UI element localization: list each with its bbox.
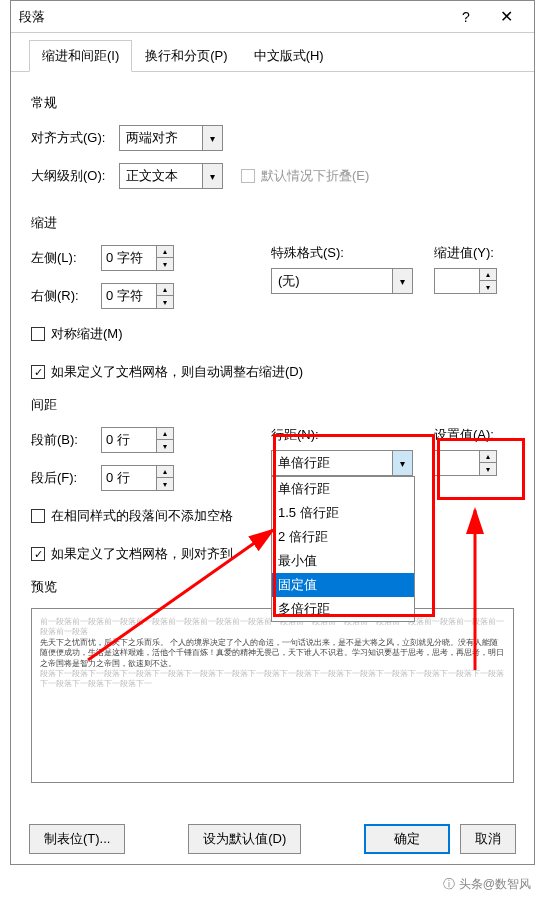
spin-down-icon[interactable]: ▾ xyxy=(157,440,173,452)
content: 常规 对齐方式(G): ▾ 大纲级别(O): ▾ 默认情况下折叠(E) 缩进 xyxy=(11,72,534,795)
special-input[interactable] xyxy=(272,269,392,293)
cancel-button[interactable]: 取消 xyxy=(460,824,516,854)
left-indent-label: 左侧(L): xyxy=(31,249,101,267)
before-label: 段前(B): xyxy=(31,431,101,449)
after-input[interactable] xyxy=(102,466,156,490)
option-atleast[interactable]: 最小值 xyxy=(272,549,414,573)
mirror-label: 对称缩进(M) xyxy=(51,325,123,343)
spin-up-icon[interactable]: ▴ xyxy=(157,246,173,258)
mirror-checkbox[interactable] xyxy=(31,327,45,341)
spacing-title: 间距 xyxy=(31,396,514,414)
tab-line-page[interactable]: 换行和分页(P) xyxy=(132,40,240,72)
line-spacing-input[interactable] xyxy=(272,451,392,475)
paragraph-dialog: 段落 ? ✕ 缩进和间距(I) 换行和分页(P) 中文版式(H) 常规 对齐方式… xyxy=(10,0,535,865)
annotation-arrow-1 xyxy=(78,520,288,670)
spin-up-icon[interactable]: ▴ xyxy=(157,428,173,440)
spin-up-icon[interactable]: ▴ xyxy=(157,466,173,478)
special-combo[interactable]: ▾ xyxy=(271,268,413,294)
indent-title: 缩进 xyxy=(31,214,514,232)
chevron-down-icon[interactable]: ▾ xyxy=(392,269,412,293)
spacing-grid-checkbox[interactable]: ✓ xyxy=(31,547,45,561)
tabs: 缩进和间距(I) 换行和分页(P) 中文版式(H) xyxy=(11,33,534,72)
option-1-5[interactable]: 1.5 倍行距 xyxy=(272,501,414,525)
close-button[interactable]: ✕ xyxy=(486,2,526,32)
info-icon: ⓘ xyxy=(443,876,455,893)
collapse-checkbox xyxy=(241,169,255,183)
outline-combo[interactable]: ▾ xyxy=(119,163,223,189)
right-indent-input[interactable] xyxy=(102,284,156,308)
indent-by-spinner[interactable]: ▴▾ xyxy=(434,268,497,294)
dialog-title: 段落 xyxy=(19,8,446,26)
line-spacing-label: 行距(N): xyxy=(271,426,414,444)
svg-line-0 xyxy=(88,530,273,660)
tabs-button[interactable]: 制表位(T)... xyxy=(29,824,125,854)
spin-up-icon[interactable]: ▴ xyxy=(480,269,496,281)
after-spinner[interactable]: ▴▾ xyxy=(101,465,174,491)
default-button[interactable]: 设为默认值(D) xyxy=(188,824,301,854)
left-indent-spinner[interactable]: ▴▾ xyxy=(101,245,174,271)
left-indent-input[interactable] xyxy=(102,246,156,270)
spin-down-icon[interactable]: ▾ xyxy=(480,463,496,475)
outline-label: 大纲级别(O): xyxy=(31,167,119,185)
watermark-text: 头条@数智风 xyxy=(459,876,531,893)
spin-down-icon[interactable]: ▾ xyxy=(157,296,173,308)
tab-chinese[interactable]: 中文版式(H) xyxy=(241,40,337,72)
option-double[interactable]: 2 倍行距 xyxy=(272,525,414,549)
button-bar: 制表位(T)... 设为默认值(D) 确定 取消 xyxy=(29,824,516,854)
chevron-down-icon[interactable]: ▾ xyxy=(392,451,412,475)
before-input[interactable] xyxy=(102,428,156,452)
option-exactly[interactable]: 固定值 xyxy=(272,573,414,597)
indent-grid-label: 如果定义了文档网格，则自动调整右缩进(D) xyxy=(51,363,303,381)
spin-down-icon[interactable]: ▾ xyxy=(480,281,496,293)
preview-gray2: 段落下一段落下一段落下一段落下一段落下一段落下一段落下一段落下一段落下一段落下一… xyxy=(40,669,505,690)
indent-by-label: 缩进值(Y): xyxy=(434,244,514,262)
help-button[interactable]: ? xyxy=(446,2,486,32)
right-indent-label: 右侧(R): xyxy=(31,287,101,305)
at-input[interactable] xyxy=(435,451,479,475)
option-single[interactable]: 单倍行距 xyxy=(272,477,414,501)
align-input[interactable] xyxy=(120,126,202,150)
spin-down-icon[interactable]: ▾ xyxy=(157,258,173,270)
option-multiple[interactable]: 多倍行距 xyxy=(272,597,414,621)
right-indent-spinner[interactable]: ▴▾ xyxy=(101,283,174,309)
tab-indent-spacing[interactable]: 缩进和间距(I) xyxy=(29,40,132,72)
nospace-checkbox[interactable] xyxy=(31,509,45,523)
chevron-down-icon[interactable]: ▾ xyxy=(202,164,222,188)
titlebar: 段落 ? ✕ xyxy=(11,1,534,33)
line-spacing-dropdown[interactable]: 单倍行距 1.5 倍行距 2 倍行距 最小值 固定值 多倍行距 xyxy=(271,476,415,622)
general-title: 常规 xyxy=(31,94,514,112)
collapse-label: 默认情况下折叠(E) xyxy=(261,167,369,185)
chevron-down-icon[interactable]: ▾ xyxy=(202,126,222,150)
ok-button[interactable]: 确定 xyxy=(364,824,450,854)
special-label: 特殊格式(S): xyxy=(271,244,414,262)
outline-input[interactable] xyxy=(120,164,202,188)
align-label: 对齐方式(G): xyxy=(31,129,119,147)
before-spinner[interactable]: ▴▾ xyxy=(101,427,174,453)
after-label: 段后(F): xyxy=(31,469,101,487)
indent-by-input[interactable] xyxy=(435,269,479,293)
at-spinner[interactable]: ▴▾ xyxy=(434,450,497,476)
at-label: 设置值(A): xyxy=(434,426,514,444)
line-spacing-combo[interactable]: ▾ xyxy=(271,450,413,476)
annotation-arrow-2 xyxy=(455,500,495,680)
spin-up-icon[interactable]: ▴ xyxy=(157,284,173,296)
spin-down-icon[interactable]: ▾ xyxy=(157,478,173,490)
align-combo[interactable]: ▾ xyxy=(119,125,223,151)
watermark: ⓘ 头条@数智风 xyxy=(443,876,531,893)
spin-up-icon[interactable]: ▴ xyxy=(480,451,496,463)
indent-grid-checkbox[interactable]: ✓ xyxy=(31,365,45,379)
